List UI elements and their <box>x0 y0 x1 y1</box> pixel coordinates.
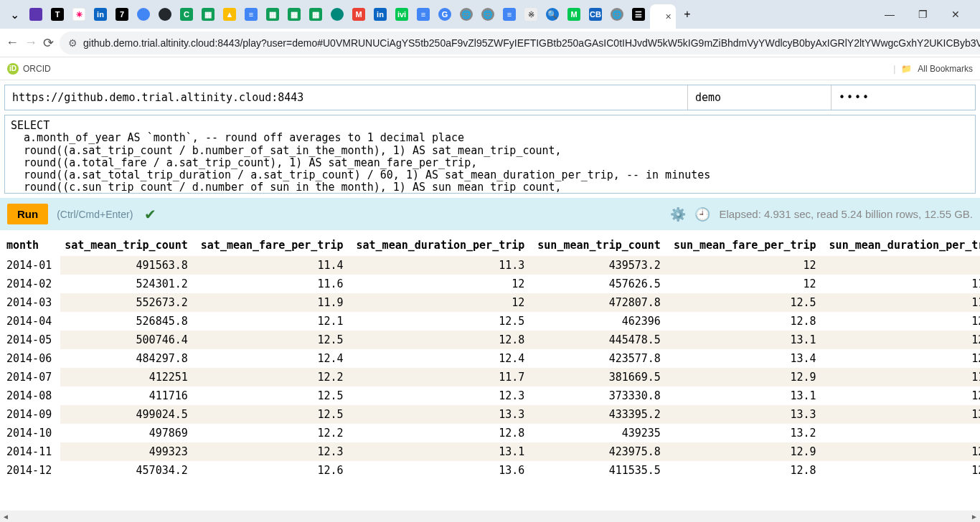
tab-fav-29[interactable]: ☰ <box>628 4 649 24</box>
reload-button[interactable]: ⟳ <box>43 32 54 54</box>
table-cell: 12.6 <box>197 461 352 480</box>
table-cell: 484297.8 <box>60 349 197 368</box>
table-cell: 12.5 <box>352 312 534 331</box>
tab-fav-9[interactable]: ▦ <box>198 4 218 24</box>
site-settings-icon[interactable]: ⚙ <box>68 37 77 49</box>
tab-fav-15[interactable] <box>327 4 347 24</box>
server-url-input[interactable] <box>5 85 688 110</box>
table-cell: 12.7 <box>825 461 980 480</box>
table-cell: 12.4 <box>825 386 980 405</box>
table-cell: 12.5 <box>825 442 980 461</box>
horizontal-scrollbar[interactable]: ◄ ► <box>0 511 980 522</box>
table-cell: 433395.2 <box>533 405 669 424</box>
tab-fav-28[interactable]: 🌐 <box>607 4 627 24</box>
table-cell: 12.2 <box>197 368 352 386</box>
tab-fav-24[interactable]: ※ <box>521 4 541 24</box>
tab-fav-18[interactable]: ivi <box>392 4 412 24</box>
col-sun-mean-fare-per-trip: sun_mean_fare_per_trip <box>669 234 825 256</box>
table-cell: 12.8 <box>825 349 980 368</box>
table-row: 2014-04526845.812.112.546239612.812.1 <box>2 312 980 331</box>
table-cell: 439235 <box>533 424 669 442</box>
browser-toolbar: ← → ⟳ ⚙ github.demo.trial.altinity.cloud… <box>0 29 980 57</box>
tab-fav-13[interactable]: ▦ <box>284 4 304 24</box>
table-cell: 12 <box>669 256 825 275</box>
tab-fav-27[interactable]: CB <box>585 4 606 24</box>
window-close-icon[interactable]: ✕ <box>946 4 966 24</box>
tab-fav-1[interactable] <box>26 4 46 24</box>
address-bar[interactable]: ⚙ github.demo.trial.altinity.cloud:8443/… <box>60 32 980 54</box>
table-cell: 12.2 <box>197 424 352 442</box>
tab-fav-5[interactable]: 7 <box>112 4 132 24</box>
tab-fav-17[interactable]: in <box>370 4 390 24</box>
table-cell: 423577.8 <box>533 349 669 368</box>
table-cell: 12.5 <box>197 386 352 405</box>
tab-fav-2[interactable]: T <box>47 4 67 24</box>
scroll-left-icon[interactable]: ◄ <box>0 511 11 522</box>
table-cell: 11 <box>825 256 980 275</box>
col-sat-mean-trip-count: sat_mean_trip_count <box>60 234 197 256</box>
scroll-right-icon[interactable]: ► <box>969 511 980 522</box>
tab-fav-20[interactable]: G <box>435 4 455 24</box>
active-tab[interactable]: ✕ <box>650 4 676 29</box>
back-button[interactable]: ← <box>6 32 19 54</box>
table-cell: 2014-08 <box>2 386 60 405</box>
table-cell: 500746.4 <box>60 331 197 349</box>
new-tab-button[interactable]: + <box>677 4 697 24</box>
window-minimize-icon[interactable]: ― <box>880 4 900 24</box>
tab-close-icon[interactable]: ✕ <box>665 12 672 22</box>
username-input[interactable] <box>688 85 831 110</box>
table-cell: 11.8 <box>825 293 980 312</box>
table-cell: 12.3 <box>352 386 534 405</box>
table-cell: 497869 <box>60 424 197 442</box>
table-row: 2014-02524301.211.612457626.51211.2 <box>2 275 980 293</box>
table-row: 2014-1049786912.212.843923513.213 <box>2 424 980 442</box>
window-maximize-icon[interactable]: ❐ <box>913 4 933 24</box>
all-bookmarks-label[interactable]: All Bookmarks <box>918 64 973 74</box>
table-cell: 491563.8 <box>60 256 197 275</box>
password-input[interactable] <box>831 85 975 110</box>
tab-fav-26[interactable]: M <box>564 4 584 24</box>
table-cell: 11.4 <box>197 256 352 275</box>
tab-fav-16[interactable]: M <box>349 4 369 24</box>
tab-fav-22[interactable]: 🌐 <box>478 4 498 24</box>
table-cell: 12.1 <box>197 312 352 331</box>
table-row: 2014-01491563.811.411.3439573.21211 <box>2 256 980 275</box>
table-row: 2014-1149932312.313.1423975.812.912.5 <box>2 442 980 461</box>
table-cell: 13.2 <box>669 424 825 442</box>
col-sun-mean-duration-per-trip: sun_mean_duration_per_trip <box>825 234 980 256</box>
tab-fav-6[interactable] <box>133 4 154 24</box>
table-row: 2014-09499024.512.513.3433395.213.313.1 <box>2 405 980 424</box>
bookmarks-divider: | <box>893 64 895 74</box>
table-cell: 439573.2 <box>533 256 669 275</box>
table-cell: 13.3 <box>669 405 825 424</box>
tab-fav-7[interactable] <box>155 4 175 24</box>
tab-fav-12[interactable]: ▦ <box>263 4 283 24</box>
tab-fav-3[interactable]: ✳ <box>69 4 89 24</box>
table-cell: 13.1 <box>352 442 534 461</box>
tab-fav-10[interactable]: ▲ <box>220 4 240 24</box>
run-button[interactable]: Run <box>7 204 48 224</box>
all-bookmarks-folder-icon[interactable]: 📁 <box>901 64 912 74</box>
tab-fav-23[interactable]: ≡ <box>499 4 519 24</box>
bookmarks-bar: iD ORCID | 📁 All Bookmarks <box>0 57 980 80</box>
tab-fav-25[interactable]: 🔍 <box>542 4 562 24</box>
tab-fav-14[interactable]: ▦ <box>306 4 326 24</box>
tab-fav-21[interactable]: 🌐 <box>456 4 476 24</box>
table-cell: 11.3 <box>352 256 534 275</box>
table-cell: 11.6 <box>197 275 352 293</box>
tab-dropdown-icon[interactable]: ⌄ <box>4 4 24 24</box>
query-textarea[interactable]: SELECT a.month_of_year AS `month`, -- ro… <box>4 115 976 194</box>
bookmark-orcid[interactable]: iD ORCID <box>7 63 51 75</box>
results-table-container: month sat_mean_trip_count sat_mean_fare_… <box>2 234 980 480</box>
tab-fav-8[interactable]: C <box>176 4 197 24</box>
tab-fav-11[interactable]: ≡ <box>241 4 261 24</box>
table-cell: 12.5 <box>825 331 980 349</box>
tab-fav-4[interactable]: in <box>90 4 110 24</box>
history-clock-icon[interactable]: 🕘 <box>694 207 710 222</box>
table-cell: 524301.2 <box>60 275 197 293</box>
settings-gear-icon[interactable]: ⚙️ <box>670 207 686 222</box>
col-month: month <box>2 234 60 256</box>
table-cell: 12.8 <box>669 461 825 480</box>
connection-inputs <box>4 85 976 110</box>
tab-fav-19[interactable]: ≡ <box>413 4 433 24</box>
